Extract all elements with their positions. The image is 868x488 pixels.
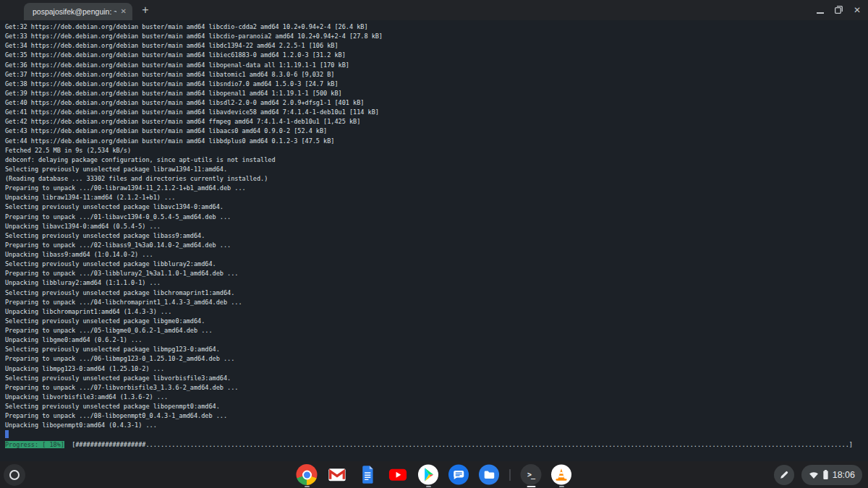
- stylus-pen-icon: [779, 470, 789, 480]
- shelf-apps: >_: [296, 463, 573, 486]
- terminal-line: Selecting previously unselected package …: [5, 288, 868, 298]
- terminal-line: Get:37 https://deb.debian.org/debian bus…: [5, 70, 868, 80]
- terminal-output[interactable]: Get:32 https://deb.debian.org/debian bus…: [0, 20, 868, 461]
- terminal-line: Unpacking libraw1394-11:amd64 (2.1.2-1+b…: [5, 193, 868, 202]
- running-indicator: [559, 486, 564, 488]
- chrome-icon: [297, 464, 318, 485]
- terminal-line: Get:42 https://deb.debian.org/debian bus…: [5, 117, 868, 127]
- terminal-line: Get:32 https://deb.debian.org/debian bus…: [5, 22, 868, 32]
- terminal-line: (Reading database ... 33302 files and di…: [5, 174, 868, 184]
- chrome-shelf-button[interactable]: [296, 463, 318, 486]
- terminal-line: Selecting previously unselected package …: [5, 165, 868, 174]
- battery-icon: [822, 469, 829, 480]
- terminal-line: Preparing to unpack .../00-libraw1394-11…: [5, 184, 868, 193]
- gmail-icon: [327, 464, 348, 485]
- terminal-line: Get:33 https://deb.debian.org/debian bus…: [5, 32, 868, 41]
- terminal-line: Preparing to unpack .../08-libopenmpt0_0…: [5, 411, 868, 421]
- terminal-line: Selecting previously unselected package …: [5, 202, 868, 212]
- terminal-line: Preparing to unpack .../04-libchromaprin…: [5, 298, 868, 307]
- terminal-line: Fetched 22.5 MB in 9s (2,534 kB/s): [5, 146, 868, 155]
- youtube-shelf-button[interactable]: [387, 463, 409, 486]
- terminal-line: Selecting previously unselected package …: [5, 317, 868, 326]
- apt-progress-label: Progress: [ 18%]: [5, 441, 64, 448]
- terminal-line: Unpacking libchromaprint1:amd64 (1.4.3-3…: [5, 307, 868, 317]
- close-button[interactable]: ✕: [854, 6, 861, 14]
- gmail-shelf-button[interactable]: [326, 463, 349, 486]
- status-area: 18:06: [774, 465, 862, 485]
- clock: 18:06: [833, 470, 855, 480]
- vlc-icon: [551, 464, 572, 485]
- tab-title: pospajosifek@penguin: ~: [33, 7, 116, 16]
- terminal-cursor-line: [5, 430, 868, 440]
- terminal-line: Get:43 https://deb.debian.org/debian bus…: [5, 127, 868, 136]
- messages-shelf-button[interactable]: [448, 463, 470, 486]
- terminal-icon: >_: [521, 464, 542, 485]
- terminal-line: Preparing to unpack .../02-libass9_1%3a0…: [5, 241, 868, 250]
- terminal-line: Get:41 https://deb.debian.org/debian bus…: [5, 108, 868, 117]
- active-indicator: [527, 486, 535, 488]
- running-indicator: [426, 486, 431, 488]
- terminal-line: Unpacking libopenmpt0:amd64 (0.4.3-1) ..…: [5, 421, 868, 430]
- terminal-line: Get:36 https://deb.debian.org/debian bus…: [5, 61, 868, 70]
- vlc-shelf-button[interactable]: [550, 463, 573, 486]
- terminal-line: Selecting previously unselected package …: [5, 374, 868, 383]
- terminal-line: Unpacking libbluray2:amd64 (1:1.1.0-1) .…: [5, 278, 868, 288]
- restore-button[interactable]: [835, 4, 843, 17]
- terminal-cursor: [5, 430, 9, 438]
- apt-progress-line: Progress: [ 18%] [###################...…: [5, 440, 868, 450]
- minimize-button[interactable]: [817, 4, 824, 17]
- terminal-line: Selecting previously unselected package …: [5, 231, 868, 241]
- terminal-line: Selecting previously unselected package …: [5, 402, 868, 411]
- launcher-icon: [9, 470, 20, 480]
- files-icon: [479, 464, 500, 485]
- youtube-icon: [388, 464, 409, 485]
- running-indicator: [305, 486, 310, 488]
- terminal-line: Preparing to unpack .../05-libgme0_0.6.2…: [5, 326, 868, 335]
- shelf: >_: [0, 461, 868, 488]
- terminal-line: Unpacking libavc1394-0:amd64 (0.5.4-5) .…: [5, 222, 868, 231]
- terminal-line: Unpacking libmpg123-0:amd64 (1.25.10-2) …: [5, 364, 868, 374]
- terminal-line: Selecting previously unselected package …: [5, 260, 868, 269]
- terminal-line: Preparing to unpack .../06-libmpg123-0_1…: [5, 354, 868, 364]
- launcher-button[interactable]: [4, 464, 25, 486]
- terminal-line: Unpacking libvorbisfile3:amd64 (1.3.6-2)…: [5, 393, 868, 402]
- terminal-line: Selecting previously unselected package …: [5, 345, 868, 354]
- messages-icon: [448, 464, 469, 485]
- terminal-line: Get:34 https://deb.debian.org/debian bus…: [5, 41, 868, 51]
- terminal-line: Get:38 https://deb.debian.org/debian bus…: [5, 80, 868, 89]
- shelf-separator: [510, 469, 511, 481]
- terminal-line: debconf: delaying package configuration,…: [5, 155, 868, 165]
- apt-progress-bar: [###################....................…: [64, 441, 853, 448]
- terminal-shelf-button[interactable]: >_: [520, 463, 542, 486]
- play-store-shelf-button[interactable]: [417, 463, 440, 486]
- system-tray[interactable]: 18:06: [801, 465, 862, 485]
- terminal-lines: Get:32 https://deb.debian.org/debian bus…: [5, 22, 868, 430]
- terminal-line: Preparing to unpack .../07-libvorbisfile…: [5, 383, 868, 393]
- docs-shelf-button[interactable]: [357, 463, 379, 486]
- restore-icon: [835, 6, 843, 14]
- docs-icon: [357, 464, 378, 485]
- terminal-line: Preparing to unpack .../01-libavc1394-0_…: [5, 213, 868, 222]
- terminal-line: Unpacking libass9:amd64 (1:0.14.0-2) ...: [5, 250, 868, 260]
- window-titlebar: pospajosifek@penguin: ~ ✕ + ✕: [0, 0, 868, 20]
- files-shelf-button[interactable]: [478, 463, 501, 486]
- play-store-icon: [418, 464, 439, 485]
- wifi-icon: [809, 471, 819, 479]
- new-tab-button[interactable]: +: [137, 2, 153, 18]
- terminal-line: Get:39 https://deb.debian.org/debian bus…: [5, 89, 868, 98]
- terminal-line: Unpacking libgme0:amd64 (0.6.2-1) ...: [5, 335, 868, 345]
- minimize-icon: [817, 12, 824, 14]
- terminal-line: Get:35 https://deb.debian.org/debian bus…: [5, 51, 868, 60]
- tab-close-icon[interactable]: ✕: [121, 8, 127, 15]
- terminal-line: Get:40 https://deb.debian.org/debian bus…: [5, 98, 868, 108]
- window-controls: ✕: [817, 0, 861, 20]
- terminal-line: Preparing to unpack .../03-libbluray2_1%…: [5, 269, 868, 278]
- stylus-tools-button[interactable]: [774, 465, 794, 485]
- terminal-line: Get:44 https://deb.debian.org/debian bus…: [5, 137, 868, 146]
- terminal-tab[interactable]: pospajosifek@penguin: ~ ✕: [24, 3, 132, 20]
